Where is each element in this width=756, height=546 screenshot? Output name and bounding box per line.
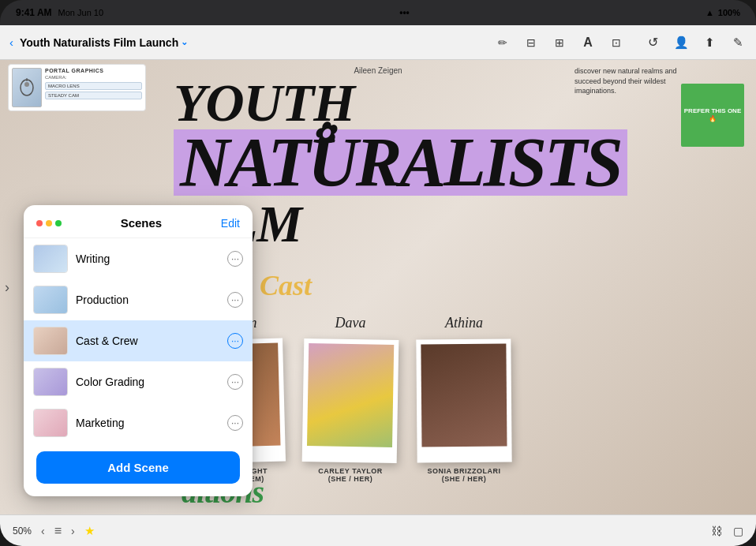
cast-member-3: Athina SONIA BRIZZOLARI (SHE / HER) (417, 315, 511, 483)
dot-red (36, 220, 43, 226)
center-dots: ••• (399, 7, 410, 18)
more-options-icon[interactable]: ✎ (729, 34, 747, 51)
title-chevron-icon: ⌄ (181, 37, 188, 47)
nav-prev-button[interactable]: ‹ (41, 525, 45, 537)
add-scene-button[interactable]: Add Scene (36, 451, 240, 484)
view-bottom-icon[interactable]: ▢ (733, 525, 743, 537)
list-view-icon[interactable]: ≡ (54, 524, 62, 538)
author-label: Aileen Zeigen (354, 66, 402, 75)
status-right: ▲ 100% (705, 8, 740, 17)
scene-more-color-grading[interactable]: ··· (227, 374, 243, 390)
scene-thumb-marketing (33, 409, 68, 437)
star-icon[interactable]: ★ (84, 524, 95, 538)
scenes-title: Scenes (121, 216, 163, 230)
scene-thumb-color (33, 368, 68, 396)
nav-next-button[interactable]: › (71, 525, 75, 537)
scene-more-production[interactable]: ··· (227, 292, 243, 308)
scenes-panel: Scenes Edit Writing ··· Production ··· C… (24, 205, 253, 496)
scene-name-production: Production (76, 294, 219, 306)
scenes-dots (36, 220, 62, 226)
ipad-frame: 9:41 AM Mon Jun 10 ••• ▲ 100% ‹ Youth Na… (0, 0, 756, 546)
dot-green (55, 220, 62, 226)
history-icon[interactable]: ↺ (644, 34, 661, 51)
wifi-icon: ▲ (705, 8, 714, 17)
top-toolbar: ‹ Youth Naturalists Film Launch ⌄ ✏ ⊟ ⊞ … (0, 25, 756, 60)
cast-member-2: Dava CARLEY TAYLOR (SHE / HER) (303, 315, 398, 483)
scene-more-writing[interactable]: ··· (227, 251, 243, 267)
cast-info-3: SONIA BRIZZOLARI (SHE / HER) (427, 467, 500, 483)
pencil-tool-icon[interactable]: ✏ (494, 34, 511, 51)
scene-item-cast-crew[interactable]: Cast & Crew ··· (24, 320, 253, 361)
camera-card: PORTAL GRAPHICS CAMERA: MACRO LENS STEAD… (8, 64, 146, 111)
share-icon[interactable]: ⬆ (701, 34, 718, 51)
main-cast-section: Main Cast Jayden TY FULLBRIGHT (THEY / T… (174, 269, 756, 483)
sticky-note: PREFER THIS ONE 🔥 (681, 84, 744, 147)
grid-tool-icon[interactable]: ⊞ (551, 34, 568, 51)
scene-thumb-production (33, 286, 68, 314)
description-text: discover new natural realms and succeed … (574, 66, 677, 96)
bottom-right-icons: ⛓ ▢ (711, 525, 743, 537)
scene-item-marketing[interactable]: Marketing ··· (24, 402, 253, 443)
status-left: 9:41 AM Mon Jun 10 (16, 7, 103, 18)
scene-more-cast-crew[interactable]: ··· (227, 333, 243, 349)
scene-thumb-writing (33, 245, 68, 273)
scene-name-marketing: Marketing (76, 417, 219, 429)
title-line2: NATURALISTS (180, 124, 621, 200)
battery-display: 100% (718, 8, 740, 17)
scene-name-writing: Writing (76, 252, 219, 265)
zoom-level: 50% (13, 525, 32, 537)
cast-photos: Jayden TY FULLBRIGHT (THEY / THEM) Dava (174, 315, 756, 483)
status-bar: 9:41 AM Mon Jun 10 ••• ▲ 100% (0, 0, 756, 25)
day-display: Mon Jun 10 (58, 8, 103, 17)
scene-item-production[interactable]: Production ··· (24, 279, 253, 320)
bottom-toolbar: 50% ‹ ≡ › ★ ⛓ ▢ (0, 514, 756, 546)
scene-name-color-grading: Color Grading (76, 376, 219, 388)
scene-name-cast-crew: Cast & Crew (76, 335, 219, 347)
text-tool-icon[interactable]: A (579, 34, 597, 51)
scenes-edit-button[interactable]: Edit (221, 217, 240, 230)
toolbar-right-icons: ↺ 👤 ⬆ ✎ (644, 34, 747, 51)
side-annotation[interactable]: › (5, 279, 9, 296)
polaroid-2 (302, 338, 399, 463)
time-display: 9:41 AM (16, 7, 52, 18)
svg-point-1 (24, 82, 29, 87)
back-button[interactable]: ‹ (9, 36, 13, 49)
status-center: ••• (399, 7, 410, 18)
scene-item-writing[interactable]: Writing ··· (24, 238, 253, 279)
back-arrow-icon: ‹ (9, 36, 13, 49)
dot-yellow (46, 220, 52, 226)
scenes-header: Scenes Edit (24, 205, 253, 238)
polaroid-3 (416, 338, 511, 462)
layout-tool-icon[interactable]: ⊟ (522, 34, 540, 51)
collaborator-icon[interactable]: 👤 (672, 34, 690, 51)
main-title-area: YOUTH NATURALISTS ✿ FILM (174, 76, 709, 250)
image-tool-icon[interactable]: ⊡ (608, 34, 625, 51)
scene-thumb-cast (33, 327, 68, 355)
scene-more-marketing[interactable]: ··· (227, 415, 243, 431)
main-cast-label: Main Cast (189, 269, 756, 302)
toolbar-center-icons: ✏ ⊟ ⊞ A ⊡ (494, 34, 625, 51)
link-bottom-icon[interactable]: ⛓ (711, 525, 722, 537)
scene-item-color-grading[interactable]: Color Grading ··· (24, 361, 253, 402)
cast-info-2: CARLEY TAYLOR (SHE / HER) (318, 467, 382, 483)
document-title[interactable]: Youth Naturalists Film Launch ⌄ (20, 36, 188, 49)
